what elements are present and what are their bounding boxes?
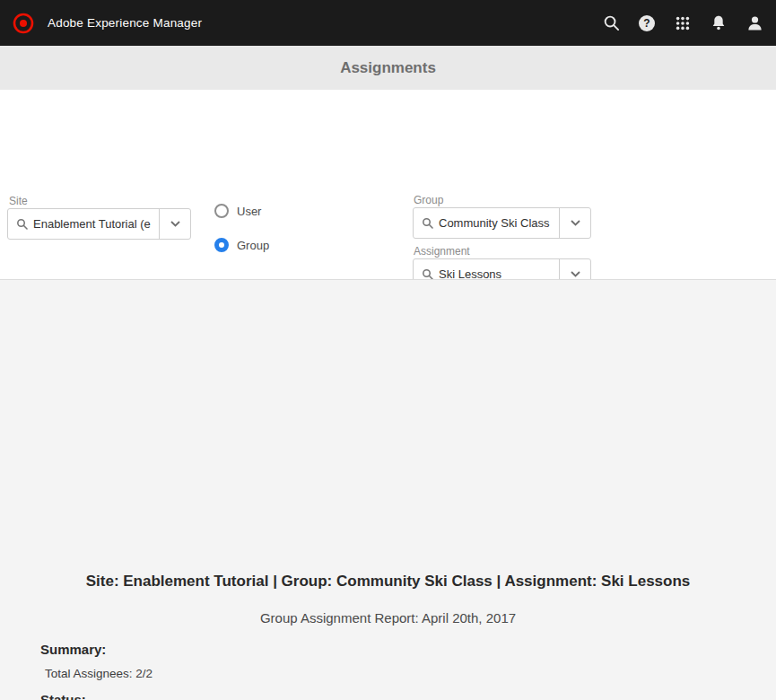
chevron-down-icon[interactable] xyxy=(159,209,190,239)
group-label: Group xyxy=(414,194,443,206)
report-title: Site: Enablement Tutorial | Group: Commu… xyxy=(0,573,776,591)
app-title: Adobe Experience Manager xyxy=(48,16,202,30)
radio-circle[interactable] xyxy=(214,238,229,252)
report-subtitle: Group Assignment Report: April 20th, 201… xyxy=(0,610,776,626)
topbar-icons: ? xyxy=(602,14,763,32)
site-select-value: Enablement Tutorial (e xyxy=(33,217,159,231)
page-title: Assignments xyxy=(0,46,776,90)
report-section: Site: Enablement Tutorial | Group: Commu… xyxy=(0,279,776,700)
form-area: Site Enablement Tutorial (e User Group G… xyxy=(0,90,776,279)
search-icon xyxy=(16,218,28,230)
radio-group-label: Group xyxy=(237,239,269,252)
summary-heading: Summary: xyxy=(40,642,106,657)
status-heading: Status: xyxy=(40,692,86,700)
group-select[interactable]: Community Ski Class xyxy=(413,207,591,239)
bell-icon[interactable] xyxy=(710,14,728,32)
topbar: Adobe Experience Manager ? xyxy=(0,0,776,46)
apps-grid-icon[interactable] xyxy=(674,14,692,32)
site-label: Site xyxy=(9,195,28,207)
search-icon[interactable] xyxy=(602,14,620,32)
chevron-down-icon[interactable] xyxy=(559,208,590,238)
site-select[interactable]: Enablement Tutorial (e xyxy=(7,208,191,240)
adobe-logo-icon xyxy=(10,10,37,37)
radio-group[interactable]: Group xyxy=(214,238,269,252)
radio-user[interactable]: User xyxy=(214,204,261,218)
radio-user-label: User xyxy=(237,205,261,218)
search-icon xyxy=(422,217,433,229)
user-icon[interactable] xyxy=(745,14,763,32)
group-select-value: Community Ski Class xyxy=(439,216,559,230)
aem-assignments-screen: Adobe Experience Manager ? xyxy=(0,0,776,700)
radio-circle[interactable] xyxy=(214,204,229,218)
total-assignees: Total Assignees: 2/2 xyxy=(45,667,153,680)
help-icon[interactable]: ? xyxy=(638,14,656,32)
svg-text:?: ? xyxy=(643,17,650,30)
assignment-label: Assignment xyxy=(414,245,470,258)
